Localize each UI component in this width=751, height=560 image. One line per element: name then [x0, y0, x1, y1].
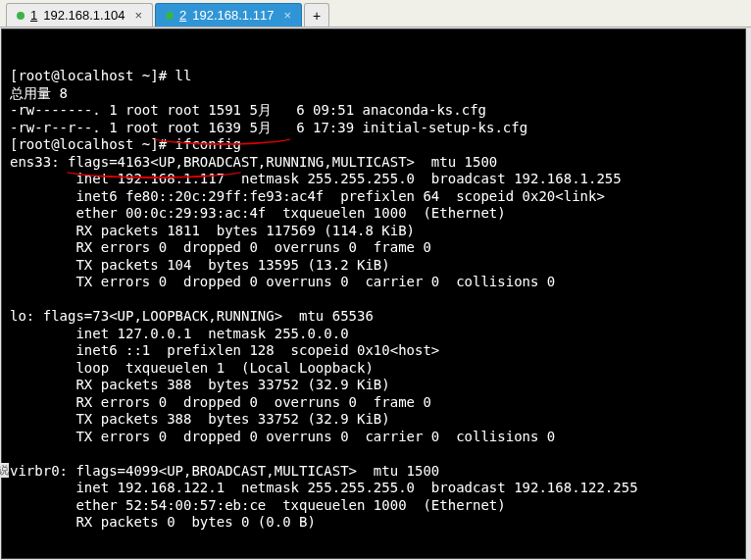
tab-label: 192.168.1.104	[43, 8, 125, 23]
status-dot-icon	[166, 12, 174, 20]
terminal-output[interactable]: [root@localhost ~]# ll 总用量 8 -rw-------.…	[1, 28, 746, 559]
terminal-text: [root@localhost ~]# ll 总用量 8 -rw-------.…	[10, 68, 737, 532]
tab-label: 192.168.1.117	[192, 8, 274, 23]
tab-index: 1	[30, 8, 37, 23]
tab-index: 2	[179, 8, 186, 23]
new-tab-button[interactable]: +	[304, 3, 329, 26]
close-icon[interactable]: ×	[134, 8, 142, 23]
side-label: 说	[0, 463, 9, 478]
plus-icon: +	[313, 8, 321, 24]
tab-1[interactable]: 1 192.168.1.104 ×	[6, 3, 153, 26]
close-icon[interactable]: ×	[283, 8, 291, 23]
tab-bar: 1 192.168.1.104 × 2 192.168.1.117 × +	[0, 0, 751, 27]
status-dot-icon	[17, 12, 25, 20]
tab-2[interactable]: 2 192.168.1.117 ×	[155, 3, 302, 26]
